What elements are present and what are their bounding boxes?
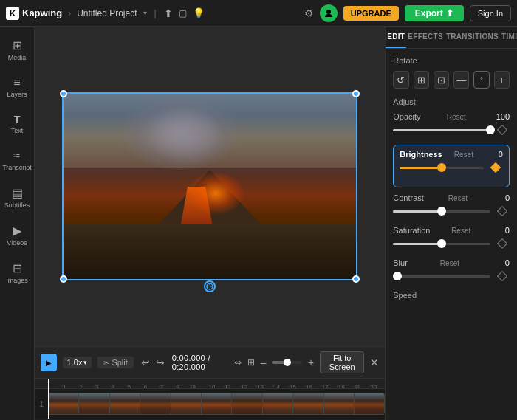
split-button[interactable]: ✂ Split <box>97 357 133 368</box>
rotate-ccw-button[interactable]: ↺ <box>393 71 408 89</box>
sidebar-item-images-label: Images <box>6 277 28 284</box>
svg-point-0 <box>326 10 331 14</box>
speed-badge[interactable]: 1.0x ▾ <box>63 357 92 368</box>
sidebar-item-images[interactable]: ⊟ Images <box>0 255 34 290</box>
opacity-label: Opacity <box>393 112 420 121</box>
project-chevron[interactable]: ▾ <box>143 9 147 17</box>
opacity-row: Opacity Reset 100 <box>393 112 510 121</box>
sidebar-item-videos-label: Videos <box>7 239 27 247</box>
track-row: 1 <box>35 389 385 419</box>
blur-slider[interactable] <box>393 275 490 278</box>
speed-label: Speed <box>393 291 510 300</box>
left-sidebar: ⊞ Media ≡ Layers T Text ≈ Transcript ▤ S… <box>0 27 35 420</box>
brightness-slider-row <box>400 160 503 175</box>
export-button[interactable]: Export ⬆ <box>405 5 464 21</box>
adjust-label: Adjust <box>393 97 510 106</box>
contrast-reset[interactable]: Reset <box>448 194 468 202</box>
fit-to-screen-button[interactable]: Fit to Screen <box>320 351 364 373</box>
contrast-slider[interactable] <box>393 210 490 213</box>
media-icon: ⊞ <box>13 38 22 52</box>
rotate-handle[interactable] <box>204 280 216 292</box>
sidebar-item-transcript-label: Transcript <box>2 164 32 171</box>
saturation-row: Saturation Reset 0 <box>393 226 510 235</box>
videos-icon: ▶ <box>13 224 21 238</box>
tab-edit[interactable]: EDIT <box>386 27 406 48</box>
zoom-slider[interactable] <box>272 361 302 364</box>
redo-button[interactable]: ↪ <box>154 355 166 370</box>
rotate-label: Rotate <box>393 56 510 65</box>
brightness-reset[interactable]: Reset <box>454 151 473 159</box>
brightness-slider[interactable] <box>400 167 484 169</box>
contrast-value: 0 <box>492 193 510 202</box>
timeline-area: ▶ 1.0x ▾ ✂ Split ↩ ↪ 0:00.000 / 0:20.000… <box>35 346 385 420</box>
speed-section: Speed <box>393 291 510 300</box>
logo-text: Kapwing <box>22 7 62 18</box>
contrast-slider-row <box>393 204 510 218</box>
saturation-slider-row <box>393 236 510 251</box>
tab-transitions[interactable]: TRANSITIONS <box>445 27 500 48</box>
contrast-keyframe-button[interactable] <box>495 204 510 218</box>
sidebar-item-media-label: Media <box>8 54 27 61</box>
share-icon[interactable]: ⬆ <box>164 7 173 19</box>
monitor-icon[interactable]: ▢ <box>179 8 187 18</box>
layers-icon: ≡ <box>13 76 20 89</box>
signin-button[interactable]: Sign In <box>470 5 511 21</box>
undo-button[interactable]: ↩ <box>140 355 151 370</box>
blur-reset[interactable]: Reset <box>440 259 459 267</box>
settings-icon[interactable]: ⚙ <box>304 7 314 19</box>
tab-effects[interactable]: EFFECTS <box>406 27 445 48</box>
bulb-icon[interactable]: 💡 <box>193 7 205 18</box>
saturation-reset[interactable]: Reset <box>451 227 470 235</box>
canvas-area[interactable] <box>35 27 385 346</box>
sidebar-item-subtitles-label: Subtitles <box>4 202 30 209</box>
avatar[interactable] <box>320 4 338 22</box>
video-preview <box>62 92 357 280</box>
sidebar-item-layers[interactable]: ≡ Layers <box>0 70 34 104</box>
blur-keyframe-button[interactable] <box>495 269 510 283</box>
blur-value: 0 <box>492 258 510 267</box>
right-panel: EDIT EFFECTS TRANSITIONS TIMING Rotate ↺… <box>385 27 517 420</box>
breadcrumb-separator: › <box>68 8 71 18</box>
brightness-keyframe-button[interactable] <box>488 160 503 175</box>
zoom-out-icon[interactable]: – <box>261 357 267 368</box>
close-timeline-button[interactable]: ✕ <box>370 357 379 368</box>
timeline-expand-icon: ⊞ <box>247 357 255 368</box>
playhead <box>48 379 49 419</box>
saturation-keyframe-button[interactable] <box>495 236 510 251</box>
upgrade-button[interactable]: UPGRADE <box>343 6 399 21</box>
opacity-value: 100 <box>492 112 510 121</box>
sidebar-item-transcript[interactable]: ≈ Transcript <box>0 143 34 177</box>
opacity-keyframe-button[interactable] <box>495 123 510 137</box>
brightness-value: 0 <box>485 150 503 159</box>
flip-h-button[interactable]: ⊞ <box>414 71 429 89</box>
volcano-scene <box>62 92 357 280</box>
track-clip[interactable] <box>48 393 385 415</box>
main-layout: ⊞ Media ≡ Layers T Text ≈ Transcript ▤ S… <box>0 27 517 420</box>
logo[interactable]: K Kapwing <box>6 7 62 20</box>
saturation-label: Saturation <box>393 226 430 235</box>
top-bar: K Kapwing › Untitled Project ▾ | ⬆ ▢ 💡 ⚙… <box>0 0 517 27</box>
transcript-icon: ≈ <box>14 149 21 162</box>
sidebar-item-media[interactable]: ⊞ Media <box>0 32 34 67</box>
project-name[interactable]: Untitled Project <box>77 8 137 18</box>
sidebar-item-subtitles[interactable]: ▤ Subtitles <box>0 180 34 215</box>
opacity-slider[interactable] <box>393 129 490 131</box>
flip-v-button[interactable]: ⊡ <box>434 71 449 89</box>
opacity-reset[interactable]: Reset <box>447 113 466 121</box>
sidebar-item-text[interactable]: T Text <box>0 107 34 140</box>
opacity-slider-row <box>393 123 510 137</box>
saturation-slider[interactable] <box>393 243 490 245</box>
timeline-controls: ▶ 1.0x ▾ ✂ Split ↩ ↪ 0:00.000 / 0:20.000… <box>35 347 385 379</box>
timeline-ruler: :1 :2 :3 :4 :5 :6 :7 :8 :9 :10 :11 :12 <box>35 379 385 389</box>
zoom-in-icon[interactable]: + <box>308 357 314 368</box>
sidebar-item-videos[interactable]: ▶ Videos <box>0 218 34 252</box>
blur-label: Blur <box>393 258 408 267</box>
rotate-plus-button[interactable]: + <box>494 71 510 89</box>
saturation-value: 0 <box>492 226 510 235</box>
sidebar-item-text-label: Text <box>11 127 24 134</box>
blur-row: Blur Reset 0 <box>393 258 510 267</box>
tab-timing[interactable]: TIMING <box>500 27 517 48</box>
rotate-minus-button[interactable]: — <box>453 71 469 89</box>
brightness-row: Brightness Reset 0 <box>400 150 503 159</box>
play-button[interactable]: ▶ <box>41 354 57 371</box>
